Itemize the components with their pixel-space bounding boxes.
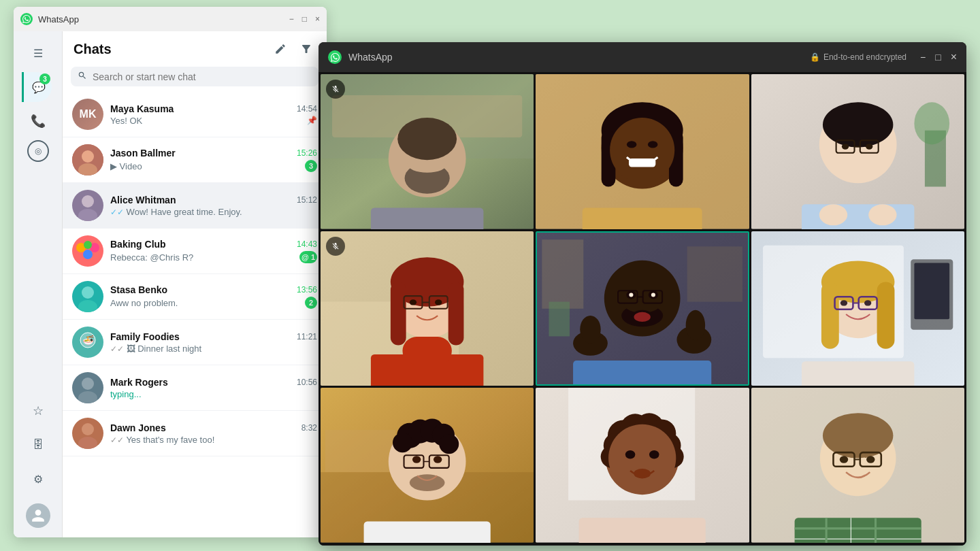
svg-point-56 <box>819 204 847 225</box>
svg-point-41 <box>648 141 657 148</box>
svg-rect-103 <box>877 282 894 348</box>
chat-time-baking: 14:43 <box>297 239 317 249</box>
avatar-family: 🍜 <box>72 327 103 358</box>
sidebar-item-settings[interactable]: ⚙ <box>23 464 53 494</box>
svg-point-119 <box>439 434 459 454</box>
close-button[interactable]: × <box>315 14 320 24</box>
search-input[interactable] <box>93 71 312 82</box>
video-window-controls: − □ × <box>920 51 957 63</box>
video-minimize-button[interactable]: − <box>920 52 926 63</box>
svg-point-153 <box>839 456 847 463</box>
chat-name-mark: Mark Rogers <box>110 377 168 388</box>
svg-rect-55 <box>802 204 914 229</box>
maximize-button[interactable]: □ <box>302 14 307 24</box>
svg-rect-76 <box>549 301 570 336</box>
new-chat-button[interactable] <box>271 39 290 59</box>
app-body: ☰ 💬 3 📞 ◎ ☆ 🗄 ⚙ Chats <box>14 31 327 537</box>
minimize-button[interactable]: − <box>289 14 294 24</box>
avatar-alice <box>72 190 103 221</box>
svg-point-40 <box>627 141 636 148</box>
titlebar: WhatsApp − □ × <box>14 7 327 31</box>
video-close-button[interactable]: × <box>951 51 957 63</box>
chat-item-jason[interactable]: Jason Ballmer 15:26 ▶ Video 3 <box>63 137 327 183</box>
chat-item-mark[interactable]: Mark Rogers 10:56 typing... <box>63 365 327 411</box>
chat-name-family: Family Foodies <box>110 331 180 342</box>
svg-rect-71 <box>402 337 451 365</box>
svg-point-149 <box>823 413 893 458</box>
svg-rect-74 <box>542 239 584 309</box>
app-title: WhatsApp <box>38 14 284 24</box>
svg-point-143 <box>634 469 651 478</box>
lock-icon: 🔒 <box>810 52 820 62</box>
svg-point-10 <box>84 241 92 249</box>
svg-point-46 <box>914 102 949 144</box>
badge-baking: @ 1 <box>299 251 317 263</box>
avatar-mark <box>72 372 103 403</box>
svg-rect-109 <box>802 361 914 386</box>
svg-rect-75 <box>687 246 742 301</box>
chat-preview-maya: Yes! OK <box>110 116 142 126</box>
svg-point-140 <box>608 424 676 492</box>
chat-info-mark: Mark Rogers 10:56 typing... <box>110 377 317 399</box>
chat-item-maya[interactable]: MK Maya Kasuma 14:54 Yes! OK 📌 <box>63 92 327 137</box>
filter-button[interactable] <box>297 39 316 59</box>
sidebar-item-calls[interactable]: 📞 <box>23 106 53 136</box>
video-grid <box>318 72 966 545</box>
sidebar-item-status[interactable]: ◎ <box>27 140 49 162</box>
chat-name-stasa: Stasa Benko <box>110 284 167 295</box>
video-cell-7 <box>321 388 534 543</box>
svg-rect-42 <box>629 158 655 167</box>
chat-time-dawn: 8:32 <box>301 423 317 433</box>
chat-preview-stasa: Aww no problem. <box>110 298 178 308</box>
chat-item-baking[interactable]: Baking Club 14:43 Rebecca: @Chris R? @ 1 <box>63 229 327 274</box>
avatar-dawn <box>72 418 103 449</box>
video-cell-5 <box>536 231 749 386</box>
video-maximize-button[interactable]: □ <box>935 52 941 63</box>
chat-item-family[interactable]: 🍜 Family Foodies 11:21 ✓✓ 🖼 Dinner last … <box>63 320 327 365</box>
app-logo <box>20 13 33 25</box>
chat-preview-mark: typing... <box>110 389 142 399</box>
svg-rect-30 <box>371 207 483 229</box>
svg-point-57 <box>868 204 896 225</box>
svg-point-54 <box>866 144 872 149</box>
chat-item-stasa[interactable]: Stasa Benko 13:56 Aww no problem. 2 <box>63 274 327 320</box>
chat-preview-family: ✓✓ 🖼 Dinner last night <box>110 344 201 354</box>
svg-rect-102 <box>821 282 839 348</box>
sidebar-item-starred[interactable]: ☆ <box>23 396 53 426</box>
chat-info-baking: Baking Club 14:43 Rebecca: @Chris R? @ 1 <box>110 239 317 263</box>
chat-info-stasa: Stasa Benko 13:56 Aww no problem. 2 <box>110 284 317 309</box>
svg-rect-43 <box>583 207 702 229</box>
user-avatar[interactable] <box>26 503 50 528</box>
chat-item-alice[interactable]: Alice Whitman 15:12 ✓✓ Wow! Have great t… <box>63 183 327 229</box>
video-app-logo <box>328 50 342 64</box>
svg-point-142 <box>649 450 659 458</box>
svg-point-83 <box>630 293 634 297</box>
svg-rect-98 <box>914 263 949 319</box>
chat-time-stasa: 13:56 <box>297 285 317 295</box>
chat-name-baking: Baking Club <box>110 239 166 250</box>
svg-point-84 <box>651 293 655 297</box>
chat-time-alice: 15:12 <box>297 195 317 205</box>
header-action-icons <box>271 39 316 59</box>
chat-preview-jason: ▶ Video <box>110 161 142 171</box>
avatar-baking <box>72 235 103 267</box>
svg-rect-144 <box>579 518 706 542</box>
video-controls-bar: 9 <box>318 545 966 546</box>
svg-rect-64 <box>448 282 464 345</box>
chat-preview-alice: ✓✓ Wow! Have great time. Enjoy. <box>110 207 242 217</box>
mute-indicator-1 <box>326 80 345 99</box>
svg-point-53 <box>842 144 849 149</box>
video-cell-2 <box>536 74 749 229</box>
chat-info-alice: Alice Whitman 15:12 ✓✓ Wow! Have great t… <box>110 195 317 217</box>
chats-title: Chats <box>74 41 112 57</box>
video-cell-3 <box>751 74 964 229</box>
sidebar-item-menu[interactable]: ☰ <box>23 38 53 68</box>
badge-jason: 3 <box>305 160 317 172</box>
sidebar-item-chats[interactable]: 💬 3 <box>22 72 52 102</box>
chat-item-dawn[interactable]: Dawn Jones 8:32 ✓✓ Yes that's my fave to… <box>63 411 327 456</box>
svg-point-121 <box>412 456 421 463</box>
chat-badge: 3 <box>39 73 50 84</box>
svg-rect-112 <box>325 430 395 472</box>
sidebar-item-archived[interactable]: 🗄 <box>23 430 53 460</box>
icon-sidebar: ☰ 💬 3 📞 ◎ ☆ 🗄 ⚙ <box>14 31 63 537</box>
